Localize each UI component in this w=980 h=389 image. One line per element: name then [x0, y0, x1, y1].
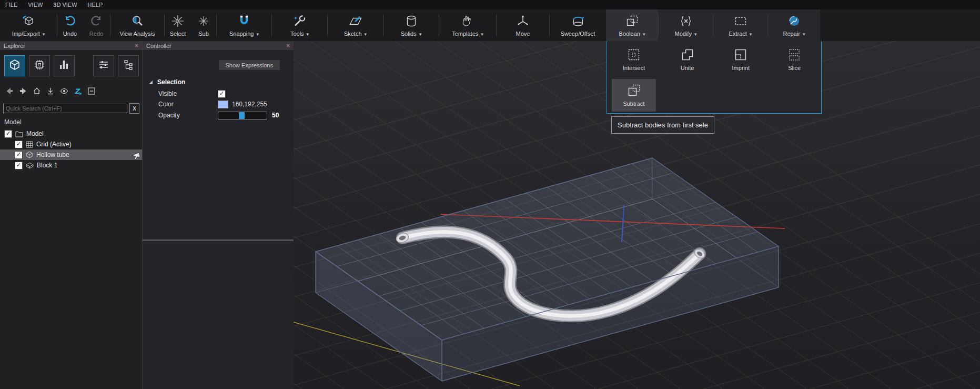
checkbox[interactable] — [15, 151, 23, 159]
chevron-down-icon[interactable] — [643, 31, 645, 37]
tree-item-label: Model — [26, 130, 44, 137]
menu-item-unite[interactable]: Unite — [661, 41, 714, 77]
color-value: 160,192,255 — [232, 101, 267, 108]
ribbon-group-redo[interactable]: Redo — [83, 9, 110, 41]
ribbon-group-imp-export[interactable]: Imp/Export — [0, 9, 57, 41]
menu-item-imprint[interactable]: Imprint — [714, 41, 768, 77]
zoom-to-z-icon[interactable]: Z — [74, 87, 82, 95]
tree-row-hollow-tube[interactable]: Hollow tube — [0, 149, 142, 160]
collapse-triangle-icon[interactable] — [149, 81, 153, 84]
explorer-title-bar: Explorer × — [0, 41, 142, 50]
tree-row-block-1[interactable]: Block 1 — [0, 160, 142, 171]
ribbon-group-sub[interactable]: Sub — [191, 9, 216, 41]
menu-item-intersect[interactable]: Intersect — [607, 41, 661, 77]
close-icon[interactable]: × — [286, 43, 290, 49]
model-tree: Model Grid (Active) Hollow tube Block 1 — [0, 128, 142, 171]
forward-arrow-icon[interactable] — [19, 87, 27, 95]
ribbon-right-section: Boolean Modify Extract Rep — [606, 9, 820, 41]
partial-checkbox-icon[interactable] — [87, 87, 96, 95]
tree-row-grid[interactable]: Grid (Active) — [0, 139, 142, 149]
move-axes-icon — [516, 14, 530, 28]
ribbon-group-move[interactable]: Move — [497, 9, 549, 41]
filter-settings-button[interactable] — [93, 55, 114, 76]
tree-row-model[interactable]: Model — [0, 128, 142, 139]
slider-handle[interactable] — [239, 112, 245, 119]
ribbon-group-boolean[interactable]: Boolean — [606, 9, 658, 41]
ribbon-label: Redo — [89, 31, 103, 37]
chevron-down-icon[interactable] — [256, 31, 259, 37]
chevron-down-icon[interactable] — [419, 31, 422, 37]
checkbox[interactable] — [4, 130, 12, 138]
down-arrow-icon[interactable] — [46, 87, 55, 95]
menu-item-label: Subtract — [623, 101, 644, 107]
search-input[interactable] — [3, 104, 127, 113]
ribbon-group-extract[interactable]: Extract — [713, 9, 767, 41]
templates-glove-icon — [461, 14, 474, 28]
ribbon-label: Select — [170, 31, 186, 37]
hierarchy-view-button[interactable] — [118, 55, 139, 76]
ribbon-group-snapping[interactable]: Snapping — [217, 9, 271, 41]
selection-section-header[interactable]: Selection — [149, 78, 185, 86]
ribbon-group-solids[interactable]: Solids — [383, 9, 439, 41]
menu-file[interactable]: FILE — [5, 2, 17, 8]
menu-help[interactable]: HELP — [88, 2, 103, 8]
ribbon-group-sweep-offset[interactable]: Sweep/Offset — [550, 9, 606, 41]
tree-item-label: Grid (Active) — [36, 141, 72, 148]
ribbon-label: Extract — [729, 31, 747, 37]
ribbon-group-select[interactable]: Select — [165, 9, 191, 41]
select-icon — [171, 14, 185, 28]
chevron-down-icon[interactable] — [803, 31, 805, 37]
chevron-down-icon[interactable] — [694, 31, 697, 37]
color-swatch[interactable] — [218, 101, 228, 108]
subtract-tooltip: Subtract bodies from first sele — [611, 116, 714, 134]
ribbon-group-modify[interactable]: Modify — [659, 9, 713, 41]
redo-icon — [89, 14, 103, 28]
panel-splitter[interactable] — [143, 240, 294, 241]
explorer-title: Explorer — [4, 43, 25, 49]
ribbon-label: Modify — [675, 31, 692, 37]
mouse-cursor — [130, 151, 139, 161]
chevron-down-icon[interactable] — [307, 31, 309, 37]
opacity-slider[interactable] — [218, 112, 267, 119]
imprint-icon — [733, 47, 749, 62]
chevron-down-icon[interactable] — [365, 31, 367, 37]
folder-icon — [15, 131, 23, 137]
menu-view[interactable]: VIEW — [28, 2, 43, 8]
model-view-button[interactable] — [4, 55, 25, 76]
grid-icon — [26, 141, 33, 148]
visible-row: Visible — [158, 89, 226, 98]
tree-item-label: Block 1 — [37, 162, 57, 169]
menu-3d-view[interactable]: 3D VIEW — [53, 2, 77, 8]
ribbon-group-templates[interactable]: Templates — [439, 9, 496, 41]
show-expressions-button[interactable]: Show Expressions — [219, 60, 280, 70]
menu-item-label: Intersect — [623, 65, 645, 71]
ribbon-group-view-analysis[interactable]: View Analysis — [110, 9, 164, 41]
ribbon-group-sketch[interactable]: Sketch — [328, 9, 383, 41]
checkbox[interactable] — [15, 162, 23, 169]
checkbox[interactable] — [15, 141, 23, 148]
chevron-down-icon[interactable] — [481, 31, 483, 37]
chevron-down-icon[interactable] — [43, 31, 45, 37]
clear-search-icon[interactable] — [129, 103, 139, 114]
solids-cylinder-icon — [405, 14, 418, 28]
ribbon-label: Undo — [63, 31, 77, 37]
ribbon-toolbar: Imp/Export Undo Redo View Analysis — [0, 9, 980, 41]
ribbon-label: Solids — [401, 31, 417, 37]
chevron-down-icon[interactable] — [750, 31, 752, 37]
back-arrow-icon[interactable] — [5, 87, 14, 95]
ribbon-group-undo[interactable]: Undo — [57, 9, 83, 41]
hardware-view-button[interactable] — [29, 55, 50, 76]
intersect-icon — [626, 47, 642, 62]
ribbon-group-repair[interactable]: Repair — [768, 9, 820, 41]
color-row: Color 160,192,255 — [158, 100, 267, 108]
menu-item-slice[interactable]: Slice — [767, 41, 821, 77]
visible-checkbox[interactable] — [218, 90, 226, 98]
quick-search-row — [3, 103, 139, 114]
ribbon-group-tools[interactable]: Tools — [272, 9, 327, 41]
menu-item-subtract[interactable]: Subtract — [612, 79, 656, 112]
cube-icon — [8, 58, 21, 73]
eye-visibility-icon[interactable] — [60, 87, 68, 95]
close-icon[interactable]: × — [135, 43, 138, 49]
analysis-view-button[interactable] — [54, 55, 75, 76]
home-icon[interactable] — [33, 87, 41, 95]
